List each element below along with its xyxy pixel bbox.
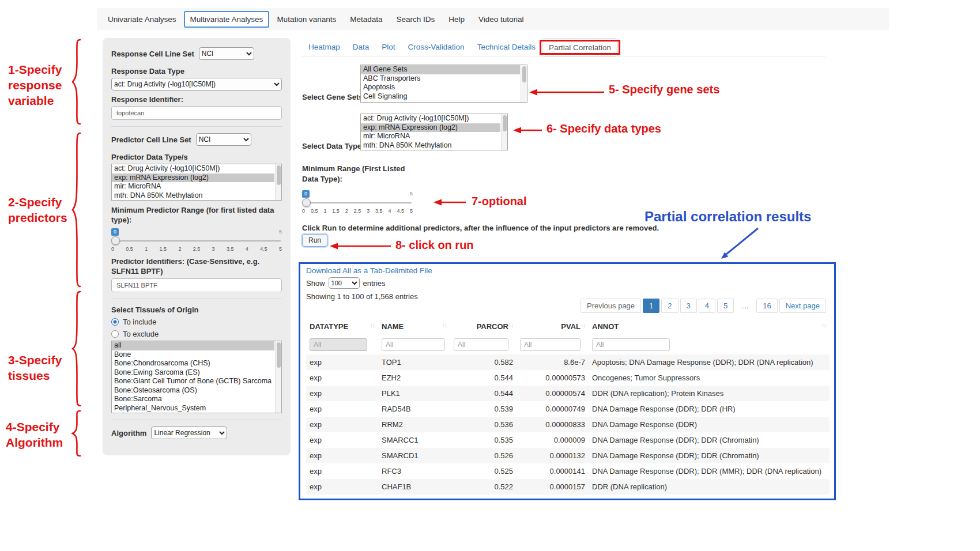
radio-selected-icon[interactable] <box>111 318 119 326</box>
response-identifier-input[interactable] <box>111 106 282 120</box>
nav-metadata[interactable]: Metadata <box>344 11 389 28</box>
table-row[interactable]: exp RAD54B 0.539 0.00000749 DNA Damage R… <box>306 401 830 417</box>
list-option[interactable]: Bone:Osteosarcoma (OS) <box>112 386 274 395</box>
filter-name-input[interactable] <box>382 338 445 351</box>
nav-search-ids[interactable]: Search IDs <box>390 11 441 28</box>
algorithm-select[interactable]: Linear Regression <box>151 427 227 439</box>
slider-thumb[interactable] <box>111 236 120 245</box>
tissues-listbox[interactable]: all Bone Bone:Chondrosarcoma (CHS) Bone:… <box>111 341 282 413</box>
column-header-name[interactable]: NAME↑↓ <box>378 318 450 335</box>
predictor-identifiers-input[interactable] <box>111 278 282 292</box>
min-range-slider[interactable]: 0 5 0 0.5 1 1.5 2 2.5 3 3.5 4 4.5 5 <box>302 190 413 216</box>
nav-multivariate-analyses[interactable]: Multivariate Analyses <box>184 11 270 28</box>
table-row[interactable]: exp SMARCC1 0.535 0.000009 DNA Damage Re… <box>306 432 830 448</box>
table-row[interactable]: exp RFC3 0.525 0.0000141 DNA Damage Resp… <box>306 463 830 479</box>
nav-help[interactable]: Help <box>442 11 471 28</box>
list-option[interactable]: mir: MicroRNA <box>112 182 274 191</box>
sort-icon[interactable]: ↑↓ <box>442 322 447 329</box>
scrollbar-thumb[interactable] <box>277 342 281 368</box>
min-range-label: Minimum Range (First Listed Data Type): <box>302 164 405 184</box>
data-types-listbox[interactable]: act: Drug Activity (-log10[IC50M]) exp: … <box>360 114 508 150</box>
sort-icon[interactable]: ↑↓ <box>821 322 826 329</box>
table-row[interactable]: exp EZH2 0.544 0.00000573 Oncogenes; Tum… <box>306 370 830 386</box>
page-button-16[interactable]: 16 <box>756 299 777 313</box>
list-option[interactable]: Bone <box>112 350 274 360</box>
column-header-datatype[interactable]: DATATYPE↑↓ <box>306 318 378 335</box>
filter-annot-input[interactable] <box>592 338 670 351</box>
slider-track[interactable] <box>112 240 281 241</box>
list-option[interactable]: act: Drug Activity (-log10[IC50M]) <box>112 164 274 173</box>
previous-page-button[interactable]: Previous page <box>581 299 641 313</box>
response-cell-line-set-select[interactable]: NCI <box>199 47 254 60</box>
list-option[interactable]: mth: DNA 850K Methylation <box>361 141 500 150</box>
predictor-data-types-listbox[interactable]: act: Drug Activity (-log10[IC50M]) exp: … <box>111 164 282 201</box>
filter-pval-input[interactable] <box>520 338 581 351</box>
table-row[interactable]: exp RRM2 0.536 0.00000833 DNA Damage Res… <box>306 417 830 432</box>
filter-parcor-input[interactable] <box>454 338 508 351</box>
next-page-button[interactable]: Next page <box>779 299 826 313</box>
filter-datatype-input[interactable] <box>310 338 367 351</box>
tab-partial-correlation[interactable]: Partial Correlation <box>542 38 618 57</box>
nav-video-tutorial[interactable]: Video tutorial <box>472 11 530 28</box>
scrollbar-thumb[interactable] <box>277 165 281 185</box>
sort-icon[interactable]: ↑↓ <box>581 322 585 329</box>
nav-univariate-analyses[interactable]: Univariate Analyses <box>101 11 183 28</box>
list-option[interactable]: Peripheral_Nervous_System <box>112 404 274 413</box>
scrollbar-thumb[interactable] <box>522 66 526 82</box>
list-option[interactable]: Bone:Chondrosarcoma (CHS) <box>112 359 274 368</box>
column-header-parcor[interactable]: ↑↓PARCOR <box>450 318 517 335</box>
list-option[interactable]: mth: DNA 850K Methylation <box>112 191 274 201</box>
slider-track[interactable] <box>303 202 412 203</box>
page-button-5[interactable]: 5 <box>717 299 734 313</box>
scrollbar[interactable] <box>275 341 281 413</box>
tab-technical-details[interactable]: Technical Details <box>471 38 542 56</box>
list-option[interactable]: ABC Transporters <box>361 74 520 84</box>
table-row[interactable]: exp CHAF1B 0.522 0.0000157 DDR (DNA repl… <box>306 479 830 495</box>
radio-unselected-icon[interactable] <box>111 330 119 338</box>
list-option-selected[interactable]: exp: mRNA Expression (log2) <box>112 173 274 183</box>
sort-icon[interactable]: ↑↓ <box>370 322 375 329</box>
scrollbar[interactable] <box>521 65 527 102</box>
column-header-pval[interactable]: ↑↓PVAL <box>517 318 589 335</box>
column-header-annot[interactable]: ANNOT↑↓ <box>589 318 830 335</box>
download-link[interactable]: Download All as a Tab-Delimited File <box>306 266 432 275</box>
predictor-cell-line-set-select[interactable]: NCI <box>196 133 251 146</box>
list-option[interactable]: Bone:Ewing Sarcoma (ES) <box>112 368 274 378</box>
page-button-4[interactable]: 4 <box>699 299 715 313</box>
response-data-type-select[interactable]: act: Drug Activity (-log10[IC50M]) <box>111 78 282 90</box>
list-option-selected[interactable]: exp: mRNA Expression (log2) <box>361 123 500 133</box>
scrollbar-thumb[interactable] <box>503 115 507 131</box>
table-row[interactable]: exp TOP1 0.582 8.6e-7 Apoptosis; DNA Dam… <box>306 354 830 370</box>
tab-plot[interactable]: Plot <box>375 38 401 56</box>
list-option[interactable]: mir: MicroRNA <box>361 132 500 141</box>
list-option[interactable]: Apoptosis <box>361 83 520 92</box>
table-row[interactable]: exp SMARCD1 0.526 0.0000132 DNA Damage R… <box>306 448 830 463</box>
sort-icon[interactable]: ↑↓ <box>508 322 513 329</box>
slider-thumb[interactable] <box>302 198 311 207</box>
list-option-selected[interactable]: All Gene Sets <box>361 65 520 74</box>
table-row[interactable]: exp PLK1 0.544 0.00000574 DDR (DNA repli… <box>306 386 830 401</box>
list-option[interactable]: Bone:Sarcoma <box>112 395 274 404</box>
min-predictor-range-slider[interactable]: 0 5 0 0.5 1 1.5 2 2.5 3 3.5 4 4.5 5 <box>111 228 282 254</box>
page-button-1[interactable]: 1 <box>643 299 659 313</box>
tissue-include-radio-row[interactable]: To include <box>111 318 282 326</box>
gene-sets-listbox[interactable]: All Gene Sets ABC Transporters Apoptosis… <box>360 65 527 103</box>
list-option[interactable]: Bone:Giant Cell Tumor of Bone (GCTB) Sar… <box>112 377 274 386</box>
list-option-selected[interactable]: all <box>112 341 274 350</box>
scrollbar[interactable] <box>501 114 507 150</box>
tick-label: 4 <box>389 208 391 214</box>
scrollbar[interactable] <box>275 164 281 200</box>
list-option[interactable]: Cell Signaling <box>361 92 520 101</box>
entries-per-page-select[interactable]: 100 <box>329 277 360 289</box>
page-button-2[interactable]: 2 <box>661 299 678 313</box>
annotation-results-label: Partial correlation results <box>644 209 811 225</box>
tissue-exclude-radio-row[interactable]: To exclude <box>111 330 282 338</box>
page-button-3[interactable]: 3 <box>680 299 697 313</box>
list-option[interactable]: act: Drug Activity (-log10[IC50M]) <box>361 114 500 123</box>
tab-data[interactable]: Data <box>346 38 376 56</box>
run-button[interactable]: Run <box>302 234 327 247</box>
tab-heatmap[interactable]: Heatmap <box>302 38 346 56</box>
tick-label: 3 <box>367 208 370 214</box>
tab-cross-validation[interactable]: Cross-Validation <box>402 38 471 56</box>
nav-mutation-variants[interactable]: Mutation variants <box>270 11 342 28</box>
